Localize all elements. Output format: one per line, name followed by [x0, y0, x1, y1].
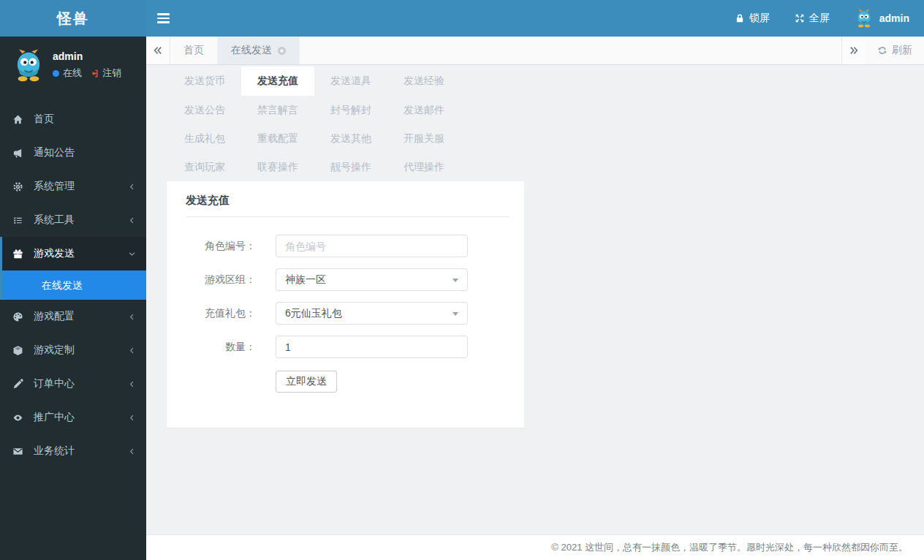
quick-nav-item[interactable]: 开服关服 — [387, 124, 461, 153]
sidebar-item-game-send[interactable]: 游戏发送 — [2, 237, 146, 270]
select-caret-icon — [452, 312, 458, 316]
role-id-label: 角色编号： — [167, 240, 276, 253]
sidebar-item-business-stats[interactable]: 业务统计 — [0, 434, 146, 468]
chevron-left-icon — [128, 183, 136, 191]
quick-nav-item[interactable]: 靓号操作 — [314, 153, 387, 181]
lock-icon — [735, 13, 745, 23]
tabs-scroll-left-button[interactable] — [146, 37, 170, 64]
lock-screen-button[interactable]: 锁屏 — [735, 12, 770, 25]
main-area: 锁屏 全屏 admin 首 — [146, 0, 924, 560]
tabs-scroll-right-button[interactable] — [841, 37, 866, 64]
logout-link[interactable]: 注销 — [90, 67, 121, 80]
quick-nav-grid: 发送货币 发送充值 发送道具 发送经验 发送公告 禁言解言 封号解封 发送邮件 … — [168, 67, 924, 181]
refresh-label: 刷新 — [892, 44, 912, 57]
quick-nav-item[interactable]: 发送道具 — [314, 67, 387, 95]
tabbar-spacer — [300, 37, 841, 64]
user-panel: admin 在线 注销 — [0, 37, 146, 94]
page-footer: © 2021 这世间，总有一抹颜色，温暖了季节。愿时光深处，每一种欣然都因你而至… — [146, 534, 924, 560]
sidebar-nav: 首页 通知公告 系统管理 系统 — [0, 102, 146, 468]
package-label: 充值礼包： — [167, 307, 276, 320]
chevron-left-icon — [128, 347, 136, 355]
online-status-dot — [53, 70, 59, 77]
bullhorn-icon — [12, 147, 27, 159]
card-title: 发送充值 — [186, 194, 510, 217]
fullscreen-label: 全屏 — [809, 12, 830, 25]
page-tab-bar: 首页 在线发送 刷新 — [146, 37, 924, 65]
refresh-button[interactable]: 刷新 — [866, 37, 924, 64]
eye-icon — [12, 412, 27, 423]
fullscreen-icon — [795, 13, 805, 23]
tab-online-send-label: 在线发送 — [231, 44, 272, 57]
palette-icon — [12, 311, 27, 322]
sidebar-item-system-manage[interactable]: 系统管理 — [0, 170, 146, 203]
logout-label: 注销 — [102, 67, 121, 80]
gift-icon — [12, 248, 27, 260]
navbar-avatar — [855, 9, 874, 28]
envelope-icon — [12, 445, 27, 457]
quick-nav-item[interactable]: 代理操作 — [387, 153, 461, 181]
tab-online-send[interactable]: 在线发送 — [218, 37, 300, 64]
sidebar-subitem-online-send[interactable]: 在线发送 — [2, 270, 146, 300]
sidebar-item-home[interactable]: 首页 — [0, 102, 146, 136]
send-recharge-form: 角色编号： 游戏区组： 神族一区 充值礼包： 6元仙玉礼包 — [167, 217, 524, 393]
chevron-left-icon — [128, 313, 136, 321]
chevrons-right-icon — [849, 45, 859, 56]
tab-home-label: 首页 — [183, 44, 204, 57]
top-navbar: 锁屏 全屏 admin — [146, 0, 924, 37]
role-id-input[interactable] — [276, 235, 468, 257]
select-caret-icon — [452, 279, 458, 282]
gear-icon — [12, 181, 27, 192]
tab-close-icon[interactable] — [278, 47, 286, 55]
copyright-text: © 2021 这世间，总有一抹颜色，温暖了季节。愿时光深处，每一种欣然都因你而至… — [551, 541, 908, 554]
chevron-left-icon — [128, 380, 136, 388]
chevron-left-icon — [128, 447, 136, 455]
home-icon — [12, 113, 27, 125]
sidebar-item-game-custom[interactable]: 游戏定制 — [0, 333, 146, 367]
quick-nav-item-active[interactable]: 发送充值 — [241, 67, 314, 96]
app-window: 怪兽 admin 在线 注销 — [0, 0, 924, 560]
quick-nav-item[interactable]: 禁言解言 — [241, 96, 314, 124]
server-select-value: 神族一区 — [285, 273, 326, 287]
sidebar-group-game-send: 游戏发送 在线发送 — [0, 237, 146, 300]
sidebar-item-promotion-center[interactable]: 推广中心 — [0, 401, 146, 434]
quick-nav-item[interactable]: 发送其他 — [314, 124, 387, 153]
user-avatar — [12, 48, 45, 82]
list-icon — [12, 214, 27, 226]
tab-home[interactable]: 首页 — [170, 37, 218, 64]
quick-nav-item[interactable]: 发送公告 — [168, 96, 241, 124]
sidebar-item-system-tools[interactable]: 系统工具 — [0, 203, 146, 237]
sidebar-item-order-center[interactable]: 订单中心 — [0, 367, 146, 401]
quantity-input[interactable] — [276, 336, 468, 358]
cube-icon — [12, 344, 27, 356]
page-content: 发送货币 发送充值 发送道具 发送经验 发送公告 禁言解言 封号解封 发送邮件 … — [146, 65, 924, 534]
logout-icon — [90, 69, 99, 78]
chevrons-left-icon — [153, 45, 163, 56]
hamburger-icon — [157, 13, 170, 15]
quick-nav-item[interactable]: 发送邮件 — [387, 96, 461, 124]
package-select[interactable]: 6元仙玉礼包 — [276, 302, 468, 325]
brand-logo[interactable]: 怪兽 — [0, 0, 146, 37]
send-now-button[interactable]: 立即发送 — [276, 371, 337, 393]
quick-nav-item[interactable]: 查询玩家 — [168, 153, 241, 181]
server-select[interactable]: 神族一区 — [276, 268, 468, 291]
quick-nav-item[interactable]: 封号解封 — [314, 96, 387, 124]
chevron-left-icon — [128, 216, 136, 224]
quick-nav-item[interactable]: 联赛操作 — [241, 153, 314, 181]
sidebar-toggle-button[interactable] — [146, 0, 180, 37]
sidebar: 怪兽 admin 在线 注销 — [0, 0, 146, 560]
sidebar-item-notice[interactable]: 通知公告 — [0, 136, 146, 170]
quick-nav-item[interactable]: 重载配置 — [241, 124, 314, 153]
user-menu[interactable]: admin — [855, 9, 909, 28]
chevron-left-icon — [128, 414, 136, 422]
online-status-label: 在线 — [63, 67, 82, 80]
package-select-value: 6元仙玉礼包 — [285, 307, 342, 320]
quick-nav-item[interactable]: 生成礼包 — [168, 124, 241, 153]
user-name: admin — [53, 50, 121, 62]
fullscreen-button[interactable]: 全屏 — [795, 12, 830, 25]
quick-nav-item[interactable]: 发送货币 — [168, 67, 241, 95]
navbar-username: admin — [879, 12, 909, 24]
send-recharge-card: 发送充值 角色编号： 游戏区组： 神族一区 充 — [167, 181, 524, 428]
sidebar-item-game-config[interactable]: 游戏配置 — [0, 300, 146, 333]
lock-screen-label: 锁屏 — [749, 12, 770, 25]
quick-nav-item[interactable]: 发送经验 — [387, 67, 461, 95]
